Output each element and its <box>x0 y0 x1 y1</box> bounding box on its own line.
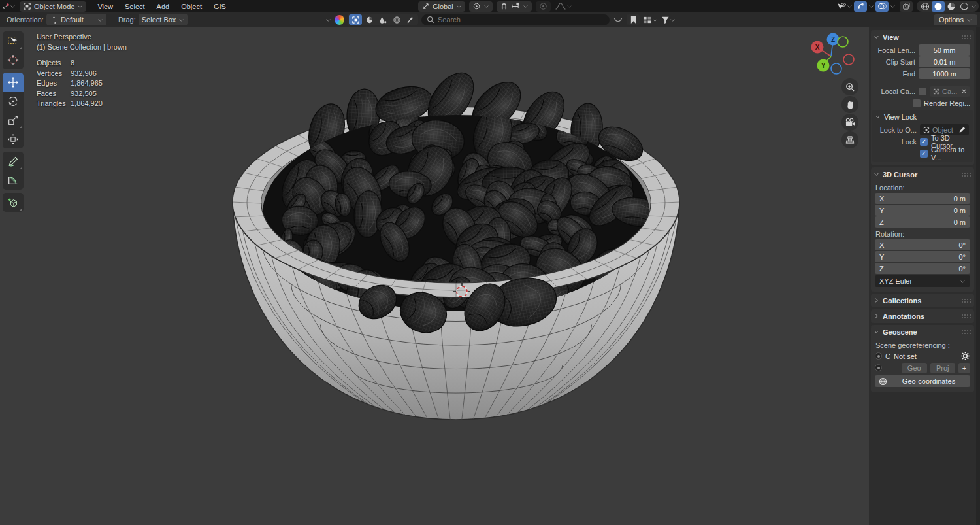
pivot-point-dropdown[interactable] <box>469 1 493 12</box>
panel-grip[interactable] <box>962 35 972 40</box>
rotation-mode-dropdown[interactable]: XYZ Euler <box>875 275 970 287</box>
brush-tool-button[interactable] <box>404 14 417 25</box>
menu-view[interactable]: View <box>91 3 119 10</box>
menu-gis[interactable]: GIS <box>208 3 232 10</box>
tool-move[interactable] <box>3 73 24 92</box>
search-input[interactable] <box>438 16 588 24</box>
menu-object[interactable]: Object <box>175 3 208 10</box>
snap-settings[interactable] <box>497 1 532 12</box>
tool-cursor[interactable] <box>3 50 24 69</box>
menu-select[interactable]: Select <box>119 3 151 10</box>
mode-dropdown[interactable]: Object Mode <box>20 1 86 12</box>
selectability-dropdown[interactable] <box>836 2 853 11</box>
field-value: 50 mm <box>934 46 956 54</box>
tool-select-box[interactable] <box>3 31 24 50</box>
overlays-toggle[interactable] <box>875 1 889 12</box>
colorful-sphere-icon[interactable] <box>335 15 344 25</box>
panel-grip[interactable] <box>962 172 972 177</box>
sphere-tool-button[interactable] <box>363 14 376 25</box>
render-region-checkbox[interactable] <box>913 99 921 107</box>
clip-start-field[interactable]: 0.01 m <box>919 56 970 67</box>
display-mode-dropdown[interactable] <box>643 16 658 24</box>
snap-increment-icon <box>511 2 520 10</box>
panel-annotations-header[interactable]: Annotations <box>871 309 974 323</box>
bookmark-button[interactable] <box>627 14 640 25</box>
cursor-rotation-x[interactable]: X 0° <box>875 239 970 250</box>
tool-rotate[interactable] <box>3 92 24 110</box>
cursor-location-y[interactable]: Y 0 m <box>875 205 970 216</box>
drag-orientation-dropdown[interactable]: Default <box>46 14 106 25</box>
zoom-button[interactable] <box>841 78 858 95</box>
tool-add-cube[interactable] <box>3 193 24 212</box>
chevron-down-icon[interactable] <box>325 17 331 23</box>
view-lock-header[interactable]: View Lock <box>872 110 973 124</box>
gizmo-x-neg-axis[interactable] <box>843 54 854 65</box>
curve-handle-icon[interactable] <box>613 16 623 24</box>
panel-view-header[interactable]: View <box>871 30 974 44</box>
geo-coordinates-button[interactable]: Geo-coordinates <box>875 375 970 387</box>
add-crs-button[interactable]: + <box>958 363 970 373</box>
orientation-dropdown[interactable]: Global <box>418 1 465 12</box>
filter-dropdown[interactable] <box>661 16 676 24</box>
falloff-dropdown[interactable] <box>555 2 572 10</box>
proportional-edit-toggle[interactable] <box>536 1 551 12</box>
tool-measure[interactable] <box>3 171 24 190</box>
crs-radio[interactable] <box>875 352 882 360</box>
chevron-down-icon[interactable] <box>890 3 896 9</box>
drag-mode-dropdown[interactable]: Select Box <box>139 14 188 25</box>
gizmo-y-neg-axis[interactable] <box>838 37 848 47</box>
pan-button[interactable] <box>841 96 858 113</box>
gizmo-z-neg-axis[interactable] <box>831 63 841 74</box>
local-camera-checkbox[interactable] <box>919 88 926 95</box>
panel-title: View <box>883 33 899 41</box>
sidebar-scrollbar[interactable] <box>976 27 980 525</box>
chevron-down-icon[interactable] <box>971 3 977 9</box>
gear-icon[interactable] <box>960 351 970 361</box>
collection-path: (1) Scene Collection | brown <box>37 42 127 53</box>
stat-value: 932,505 <box>71 89 127 99</box>
local-camera-field[interactable]: Ca... <box>930 86 970 97</box>
chevron-down-icon <box>874 34 879 40</box>
perspective-toggle-button[interactable] <box>841 131 858 148</box>
selectbox-tool-button[interactable] <box>349 14 362 25</box>
tool-scale[interactable] <box>3 110 24 129</box>
stat-label: Objects <box>37 58 71 69</box>
clip-end-field[interactable]: 1000 m <box>919 68 970 79</box>
cursor-location-z[interactable]: Z 0 m <box>875 216 970 228</box>
search-bar[interactable] <box>421 14 610 25</box>
xray-toggle[interactable] <box>900 1 913 12</box>
shading-rendered-button[interactable] <box>958 1 971 12</box>
panel-grip[interactable] <box>962 298 972 303</box>
cursor-rotation-z[interactable]: Z 0° <box>875 263 970 274</box>
tool-annotate[interactable] <box>3 152 24 171</box>
chevron-down-icon[interactable] <box>868 3 874 9</box>
editor-type-selector[interactable] <box>3 1 16 12</box>
cursor-rotation-y[interactable]: Y 0° <box>875 251 970 262</box>
tool-transform[interactable] <box>3 129 24 148</box>
shading-solid-button[interactable] <box>932 1 945 12</box>
menu-add[interactable]: Add <box>151 3 176 10</box>
camera-to-view-checkbox[interactable] <box>920 150 928 158</box>
panel-collections-header[interactable]: Collections <box>871 294 974 307</box>
cursor-location-x[interactable]: X 0 m <box>875 193 970 204</box>
panel-grip[interactable] <box>962 330 972 335</box>
panel-3d-cursor-header[interactable]: 3D Cursor <box>871 167 974 181</box>
focal-length-field[interactable]: 50 mm <box>919 44 970 56</box>
options-button[interactable]: Options <box>934 14 977 25</box>
proj-button[interactable]: Proj <box>930 363 956 373</box>
geo-button[interactable]: Geo <box>902 363 927 373</box>
chevron-down-icon <box>960 279 966 284</box>
proj-radio[interactable] <box>875 364 882 371</box>
shading-wireframe-button[interactable] <box>919 1 932 12</box>
close-icon[interactable] <box>961 88 967 94</box>
droplet-tool-button[interactable] <box>376 14 389 25</box>
globe-tool-button[interactable] <box>390 14 403 25</box>
gizmos-toggle[interactable] <box>854 1 867 12</box>
camera-view-button[interactable] <box>841 114 858 131</box>
shading-material-button[interactable] <box>945 1 958 12</box>
to-3d-cursor-checkbox[interactable] <box>920 138 928 146</box>
panel-grip[interactable] <box>962 314 972 319</box>
camera-icon <box>845 118 855 127</box>
eyedropper-icon[interactable] <box>958 126 966 133</box>
panel-geoscene-header[interactable]: Geoscene <box>871 325 974 339</box>
